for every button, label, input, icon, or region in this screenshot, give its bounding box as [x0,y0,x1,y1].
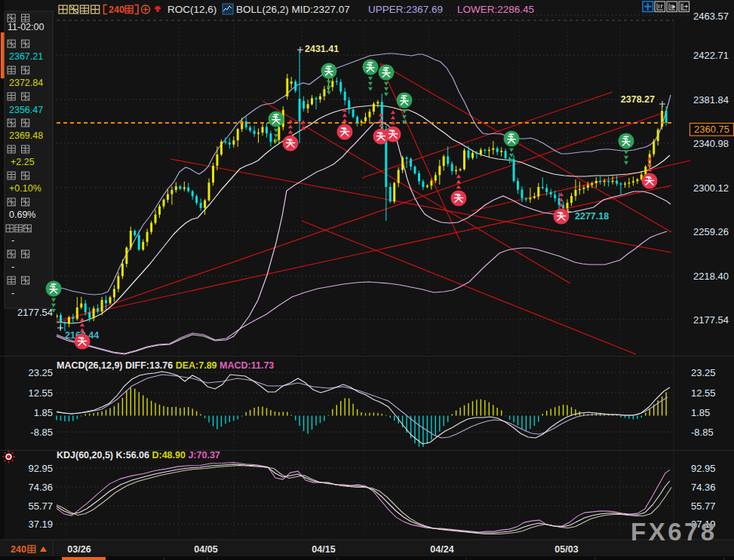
svg-text:2381.84: 2381.84 [693,94,729,106]
svg-text:2356.47: 2356.47 [9,105,43,115]
svg-text:92.95: 92.95 [28,463,53,474]
svg-text:2218.40: 2218.40 [693,271,729,282]
svg-text:LOWER:2286.45: LOWER:2286.45 [457,4,534,15]
svg-text:11-02:00: 11-02:00 [8,22,44,32]
svg-text:2422.71: 2422.71 [693,50,729,61]
svg-text:-: - [11,262,14,272]
svg-text:0.69%: 0.69% [9,210,35,220]
svg-text:1.85: 1.85 [34,407,53,418]
svg-text:74.36: 74.36 [691,482,716,493]
svg-text:12.55: 12.55 [28,387,53,399]
svg-text:-8.85: -8.85 [30,427,53,438]
svg-text:92.95: 92.95 [691,463,716,474]
svg-text:+0.10%: +0.10% [9,183,41,194]
svg-text:04/05: 04/05 [194,544,217,555]
svg-text:2360.75: 2360.75 [694,124,729,135]
svg-text:2300.12: 2300.12 [693,182,729,194]
svg-text:FX678: FX678 [631,518,717,546]
svg-text:12.55: 12.55 [691,387,716,399]
svg-text:55.77: 55.77 [691,500,716,512]
svg-text:04/24: 04/24 [430,544,453,555]
svg-text:-: - [11,288,14,298]
svg-text:-8.85: -8.85 [691,427,714,438]
svg-text:KDJ(60,20,5) K:56.06 D:48.90: KDJ(60,20,5) K:56.06 D:48.90 J:70.37 [57,450,220,461]
svg-text:240: 240 [109,5,124,15]
svg-text:BOLL(26,2) MID:2327.07: BOLL(26,2) MID:2327.07 [236,4,350,15]
svg-text:2378.27: 2378.27 [621,94,655,105]
svg-text:-: - [11,235,14,246]
svg-text:UPPER:2367.69: UPPER:2367.69 [368,4,443,15]
svg-text:ROC(12,6): ROC(12,6) [167,4,217,15]
svg-text:2340.98: 2340.98 [693,138,729,149]
svg-text:2277.18: 2277.18 [575,211,609,222]
svg-text:2431.41: 2431.41 [305,44,339,54]
svg-text:2369.48: 2369.48 [9,130,43,141]
svg-text:23.25: 23.25 [691,367,716,378]
svg-text:MACD(26,12,9) DIFF:13.76 DEA:: MACD(26,12,9) DIFF:13.76 DEA:7.89 MACD:1… [57,360,274,371]
svg-text:03/26: 03/26 [67,544,91,555]
svg-text:2177.54: 2177.54 [693,314,729,326]
svg-text:1.85: 1.85 [691,407,710,418]
svg-text:2367.21: 2367.21 [9,51,43,62]
svg-text:+2.25: +2.25 [11,157,35,167]
svg-text:240: 240 [11,544,26,555]
svg-text:2463.57: 2463.57 [693,11,729,22]
svg-text:2372.84: 2372.84 [9,78,43,88]
svg-text:04/15: 04/15 [312,544,335,555]
svg-text:55.77: 55.77 [28,500,53,512]
svg-text:37.19: 37.19 [28,519,53,530]
svg-text:2177.54: 2177.54 [17,307,53,318]
svg-text:05/03: 05/03 [554,544,578,555]
svg-text:23.25: 23.25 [28,367,53,378]
svg-text:2259.26: 2259.26 [693,226,729,237]
svg-text:74.36: 74.36 [28,482,53,493]
